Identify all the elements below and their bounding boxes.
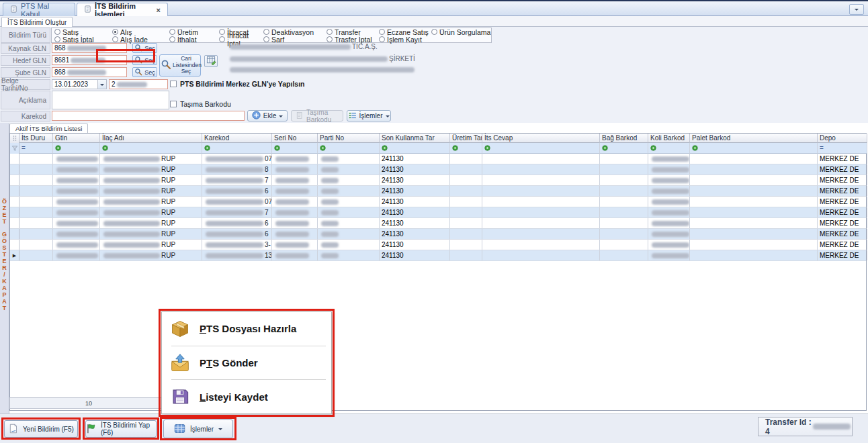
cell-i-ts-duru[interactable]: [19, 229, 53, 239]
cell-gtin[interactable]: [53, 154, 100, 164]
tasima-barkodu-button[interactable]: Taşıma Barkodu: [291, 110, 343, 121]
cell-palet-barkod[interactable]: [690, 154, 818, 164]
table-row[interactable]: RUP07241130MERKEZ DE: [10, 154, 866, 164]
cell-depo[interactable]: MERKEZ DE: [818, 240, 867, 250]
cell-son-kullanma-tar[interactable]: 241130: [380, 175, 450, 185]
cell-parti-no[interactable]: [318, 186, 380, 196]
cell-i-ts-duru[interactable]: [19, 207, 53, 217]
cell-koli-barkod[interactable]: [648, 207, 690, 217]
cell-son-kullanma-tar[interactable]: 241130: [380, 164, 450, 175]
col-header-karekod[interactable]: Karekod: [202, 134, 272, 143]
menu-item-pts-g-nder[interactable]: PTS Gönder: [162, 346, 331, 380]
cell-i-ts-cevap[interactable]: [482, 207, 600, 217]
cell-seri-no[interactable]: [272, 164, 318, 175]
hedef-gln-sec-button[interactable]: Seç: [132, 55, 157, 65]
cell-parti-no[interactable]: [318, 175, 380, 185]
cell-palet-barkod[interactable]: [690, 250, 818, 260]
cell-ba-barkod[interactable]: [600, 207, 648, 217]
cell-son-kullanma-tar[interactable]: 241130: [380, 240, 450, 250]
cell-i-ts-cevap[interactable]: [482, 250, 600, 260]
cell-i-la-ad[interactable]: RUP: [100, 164, 202, 175]
cell-i-ts-duru[interactable]: [19, 186, 53, 196]
cell-ba-barkod[interactable]: [600, 229, 648, 239]
belge-tarihi-datepicker[interactable]: 13.01.2023: [52, 79, 107, 89]
tasima-barkodu-checkbox[interactable]: [170, 101, 177, 107]
radio-i-thalat[interactable]: İthalat: [169, 36, 219, 44]
cell-seri-no[interactable]: [272, 240, 318, 250]
filter-i-ts-cevap[interactable]: [482, 143, 600, 154]
cell-depo[interactable]: MERKEZ DE: [818, 197, 867, 207]
cell-ba-barkod[interactable]: [600, 186, 648, 196]
cell-koli-barkod[interactable]: [648, 154, 690, 164]
menu-item-listeyi-kaydet[interactable]: Listeyi Kaydet: [162, 380, 331, 413]
chevron-down-icon[interactable]: [97, 80, 106, 89]
col-header-seri-no[interactable]: Seri No: [272, 134, 318, 143]
cell-i-ts-duru[interactable]: [19, 218, 53, 228]
belge-no-input[interactable]: 2: [109, 79, 168, 89]
cell-i-ts-duru[interactable]: [19, 197, 53, 207]
radio-al-i-ade[interactable]: Alış İade: [112, 36, 169, 44]
close-tab-icon[interactable]: ×: [157, 6, 161, 14]
col-header-parti-no[interactable]: Parti No: [318, 134, 380, 143]
filter-parti-no[interactable]: [318, 143, 380, 154]
cell-retim-tar[interactable]: [450, 175, 482, 185]
cell-gtin[interactable]: [53, 250, 100, 260]
kaynak-gln-input[interactable]: 868: [52, 43, 127, 53]
cell-i-la-ad[interactable]: RUP: [100, 207, 202, 217]
cell-retim-tar[interactable]: [450, 186, 482, 196]
cell-koli-barkod[interactable]: [648, 240, 690, 250]
cell-parti-no[interactable]: [318, 154, 380, 164]
cell-retim-tar[interactable]: [450, 154, 482, 164]
cell-i-ts-cevap[interactable]: [482, 175, 600, 185]
cell-gtin[interactable]: [53, 164, 100, 175]
cell-ba-barkod[interactable]: [600, 175, 648, 185]
cell-ba-barkod[interactable]: [600, 197, 648, 207]
table-row[interactable]: RUP6241130MERKEZ DE: [10, 186, 866, 197]
filter-retim-tar[interactable]: [450, 143, 482, 154]
cell-i-la-ad[interactable]: RUP: [100, 240, 202, 250]
filter-i-ts-duru[interactable]: =: [19, 143, 53, 154]
col-header-gtin[interactable]: Gtin: [53, 134, 100, 143]
tab-its-bildirim-islemleri[interactable]: İTS Bildirim İşlemleri ×: [77, 3, 168, 16]
table-row[interactable]: ▶RUP13-241130MERKEZ DE: [10, 250, 866, 261]
cell-koli-barkod[interactable]: [648, 229, 690, 239]
cell-ba-barkod[interactable]: [600, 218, 648, 228]
cell-seri-no[interactable]: [272, 154, 318, 164]
tab-pts-mal-kabul[interactable]: PTS Mal Kabul: [3, 3, 75, 16]
cell-depo[interactable]: MERKEZ DE: [818, 186, 867, 196]
cell-retim-tar[interactable]: [450, 240, 482, 250]
sube-gln-sec-button[interactable]: Seç: [132, 67, 157, 77]
cell-karekod[interactable]: 6: [202, 186, 272, 196]
cell-parti-no[interactable]: [318, 207, 380, 217]
cell-gtin[interactable]: [53, 186, 100, 196]
cell-i-la-ad[interactable]: RUP: [100, 250, 202, 260]
cell-parti-no[interactable]: [318, 164, 380, 175]
filter-son-kullanma-tar[interactable]: [380, 143, 450, 154]
merkez-gln-checkbox[interactable]: [170, 81, 177, 87]
cell-karekod[interactable]: 3-: [202, 240, 272, 250]
cell-son-kullanma-tar[interactable]: 241130: [380, 207, 450, 217]
cell-retim-tar[interactable]: [450, 229, 482, 239]
sube-gln-input[interactable]: 868: [52, 67, 127, 77]
table-row[interactable]: RUP6241130MERKEZ DE: [10, 229, 866, 240]
cell-koli-barkod[interactable]: [648, 197, 690, 207]
cell-koli-barkod[interactable]: [648, 186, 690, 196]
cell-karekod[interactable]: 13-: [202, 250, 272, 260]
filter-depo[interactable]: =: [818, 143, 867, 154]
cell-karekod[interactable]: 07: [202, 154, 272, 164]
cell-depo[interactable]: MERKEZ DE: [818, 229, 867, 239]
ozet-goster-kapat-toggle[interactable]: ÖZETGÖSTER/KAPAT: [0, 123, 9, 413]
cell-gtin[interactable]: [53, 240, 100, 250]
yeni-bildirim-button[interactable]: Yeni Bildirim (F5): [4, 420, 78, 438]
radio-sarf[interactable]: Sarf: [263, 36, 327, 44]
filter-koli-barkod[interactable]: [648, 143, 690, 154]
filter-karekod[interactable]: [202, 143, 272, 154]
cell-son-kullanma-tar[interactable]: 241130: [380, 218, 450, 228]
cell-gtin[interactable]: [53, 197, 100, 207]
cell-i-la-ad[interactable]: RUP: [100, 218, 202, 228]
cell-seri-no[interactable]: [272, 186, 318, 196]
col-header-i-ts-cevap[interactable]: İts Cevap: [482, 134, 600, 143]
filter-ba-barkod[interactable]: [600, 143, 648, 154]
tab-aktif-its-bildirim-listesi[interactable]: Aktif İTS Bildirim Listesi: [9, 124, 88, 133]
cell-karekod[interactable]: 8: [202, 164, 272, 175]
